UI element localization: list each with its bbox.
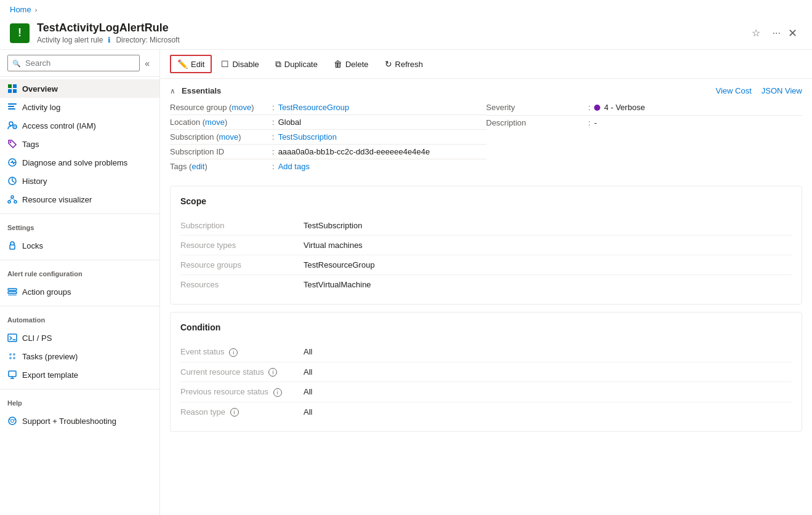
tags-value: Add tags <box>278 162 310 171</box>
svg-rect-1 <box>13 84 17 88</box>
resource-group-value: TestResourceGroup <box>278 103 350 112</box>
subscription-link[interactable]: TestSubscription <box>278 132 337 142</box>
current-resource-status-label: Current resource status i <box>180 367 303 377</box>
sidebar-item-support[interactable]: Support + Troubleshooting <box>0 412 159 430</box>
info-icon: ℹ <box>108 36 111 44</box>
scope-subscription-label: Subscription <box>180 221 303 230</box>
tags-edit-link[interactable]: edit <box>191 162 204 171</box>
json-view-link[interactable]: JSON View <box>762 86 802 95</box>
history-icon <box>7 176 17 186</box>
help-label: Help <box>0 392 159 409</box>
resource-group-label: Resource group (move) <box>170 103 268 112</box>
resource-group-row: Resource group (move) : TestResourceGrou… <box>170 100 486 115</box>
essentials-section: ∧ Essentials View Cost JSON View Resourc… <box>160 79 812 178</box>
subscription-id-row: Subscription ID : aaaa0a0a-bb1b-cc2c-dd3… <box>170 145 486 159</box>
previous-resource-status-label: Previous resource status i <box>180 387 303 397</box>
sidebar-item-resource-visualizer[interactable]: Resource visualizer <box>0 190 159 209</box>
resource-subtitle: Activity log alert rule ℹ Directory: Mic… <box>37 36 739 44</box>
severity-row: Severity : 4 - Verbose <box>486 100 803 116</box>
sidebar-item-action-groups[interactable]: Action groups <box>0 282 159 301</box>
sidebar-item-access-control[interactable]: Access control (IAM) <box>0 116 159 135</box>
essentials-grid: Resource group (move) : TestResourceGrou… <box>160 100 812 178</box>
subscription-move-link[interactable]: move <box>219 132 238 142</box>
resource-type-label: Activity log alert rule <box>37 36 103 44</box>
resource-name: TestActivityLogAlertRule <box>37 22 739 34</box>
sidebar-item-cli-ps[interactable]: CLI / PS <box>0 329 159 347</box>
disable-icon: ☐ <box>221 59 229 69</box>
location-move-link[interactable]: move <box>205 118 225 127</box>
cli-icon <box>7 333 17 343</box>
scope-resources-label: Resources <box>180 280 303 289</box>
locks-label: Locks <box>22 241 43 250</box>
refresh-button[interactable]: ↻ Refresh <box>378 55 430 73</box>
tags-label: Tags <box>22 140 39 149</box>
previous-resource-status-row: Previous resource status i All <box>180 382 792 402</box>
header-actions: ☆ ··· <box>749 25 783 41</box>
favorite-button[interactable]: ☆ <box>749 25 763 41</box>
current-resource-status-row: Current resource status i All <box>180 362 792 383</box>
search-input[interactable] <box>7 55 140 71</box>
sidebar-item-locks[interactable]: Locks <box>0 236 159 255</box>
svg-rect-21 <box>8 295 17 295</box>
activity-log-label: Activity log <box>22 103 60 112</box>
essentials-label: Essentials <box>182 86 221 95</box>
sidebar-collapse-button[interactable]: « <box>142 56 152 71</box>
sidebar-item-activity-log[interactable]: Activity log <box>0 98 159 116</box>
svg-point-14 <box>8 201 10 203</box>
disable-button[interactable]: ☐ Disable <box>214 55 265 73</box>
alert-config-nav: Action groups <box>0 280 159 303</box>
sidebar-item-export[interactable]: Export template <box>0 365 159 384</box>
svg-rect-4 <box>8 103 17 105</box>
sidebar-item-history[interactable]: History <box>0 172 159 190</box>
current-resource-status-value: All <box>303 367 312 377</box>
essentials-links: View Cost JSON View <box>715 86 802 95</box>
svg-point-26 <box>9 357 12 359</box>
sidebar-item-diagnose[interactable]: Diagnose and solve problems <box>0 153 159 172</box>
sidebar-item-tasks[interactable]: Tasks (preview) <box>0 347 159 365</box>
svg-point-10 <box>10 142 12 143</box>
scope-resource-types-value: Virtual machines <box>303 241 363 250</box>
duplicate-button[interactable]: ⧉ Duplicate <box>268 55 324 73</box>
essentials-left: Resource group (move) : TestResourceGrou… <box>170 100 486 174</box>
delete-button[interactable]: 🗑 Delete <box>327 55 376 73</box>
add-tags-link[interactable]: Add tags <box>278 162 310 171</box>
edit-button[interactable]: ✏️ Edit <box>170 55 212 73</box>
svg-point-7 <box>9 122 13 126</box>
support-icon <box>7 416 17 426</box>
condition-card: Condition Event status i All Current res… <box>170 312 802 432</box>
essentials-title: ∧ Essentials <box>170 86 221 95</box>
event-status-info: i <box>229 348 238 357</box>
view-cost-link[interactable]: View Cost <box>715 86 751 95</box>
tags-row: Tags (edit) : Add tags <box>170 159 486 174</box>
automation-divider <box>0 306 159 306</box>
svg-rect-6 <box>8 108 15 110</box>
essentials-header: ∧ Essentials View Cost JSON View <box>160 79 812 100</box>
svg-point-24 <box>9 353 12 356</box>
access-control-label: Access control (IAM) <box>22 121 96 130</box>
resource-group-link[interactable]: TestResourceGroup <box>278 103 350 112</box>
breadcrumb: Home › <box>0 0 812 19</box>
breadcrumb-chevron: › <box>35 6 38 14</box>
previous-resource-status-value: All <box>303 387 312 396</box>
breadcrumb-home[interactable]: Home <box>10 5 31 14</box>
svg-point-31 <box>9 417 16 425</box>
essentials-toggle-button[interactable]: ∧ <box>170 87 175 95</box>
overview-label: Overview <box>22 84 58 94</box>
resource-group-move-link[interactable]: move <box>231 103 251 112</box>
svg-rect-3 <box>13 89 17 93</box>
description-label: Description <box>486 118 585 127</box>
locks-icon <box>7 241 17 250</box>
refresh-label: Refresh <box>395 60 424 69</box>
scope-resources-value: TestVirtualMachine <box>303 280 371 289</box>
resource-icon: ! <box>10 23 30 43</box>
scope-card: Scope Subscription TestSubscription Reso… <box>170 186 802 305</box>
description-value: - <box>594 118 597 127</box>
sidebar-item-overview[interactable]: Overview <box>0 79 159 98</box>
scope-resources-row: Resources TestVirtualMachine <box>180 275 792 294</box>
reason-type-value: All <box>303 407 312 417</box>
more-options-button[interactable]: ··· <box>770 25 783 41</box>
sidebar-item-tags[interactable]: Tags <box>0 135 159 153</box>
close-button[interactable]: ✕ <box>783 24 802 42</box>
svg-rect-18 <box>10 245 15 249</box>
history-label: History <box>22 177 47 186</box>
